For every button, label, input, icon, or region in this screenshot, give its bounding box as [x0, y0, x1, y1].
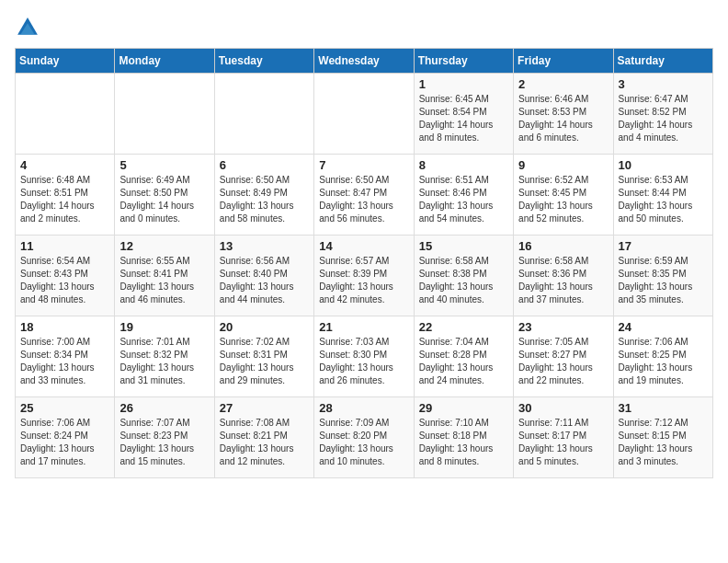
day-number: 28 — [319, 401, 408, 415]
weekday-header-friday: Friday — [514, 49, 613, 74]
calendar-cell: 25Sunrise: 7:06 AM Sunset: 8:24 PM Dayli… — [16, 397, 115, 478]
day-number: 17 — [619, 239, 708, 253]
day-info: Sunrise: 6:57 AM Sunset: 8:39 PM Dayligh… — [319, 255, 408, 306]
day-number: 8 — [419, 158, 508, 172]
day-number: 26 — [119, 401, 209, 415]
calendar-cell: 14Sunrise: 6:57 AM Sunset: 8:39 PM Dayli… — [314, 236, 414, 316]
calendar-cell: 21Sunrise: 7:03 AM Sunset: 8:30 PM Dayli… — [314, 316, 414, 397]
day-info: Sunrise: 6:56 AM Sunset: 8:40 PM Dayligh… — [220, 255, 309, 306]
calendar-cell: 22Sunrise: 7:04 AM Sunset: 8:28 PM Dayli… — [414, 316, 513, 397]
day-info: Sunrise: 7:10 AM Sunset: 8:18 PM Dayligh… — [419, 417, 508, 468]
calendar-cell: 12Sunrise: 6:55 AM Sunset: 8:41 PM Dayli… — [115, 236, 214, 316]
calendar-cell: 1Sunrise: 6:45 AM Sunset: 8:54 PM Daylig… — [414, 74, 513, 155]
weekday-header-thursday: Thursday — [414, 49, 513, 74]
day-info: Sunrise: 7:00 AM Sunset: 8:34 PM Dayligh… — [20, 336, 109, 387]
day-info: Sunrise: 6:50 AM Sunset: 8:47 PM Dayligh… — [319, 174, 408, 225]
day-number: 11 — [20, 239, 109, 253]
day-info: Sunrise: 6:46 AM Sunset: 8:53 PM Dayligh… — [518, 93, 608, 144]
day-info: Sunrise: 6:45 AM Sunset: 8:54 PM Dayligh… — [419, 93, 508, 144]
calendar-cell — [214, 74, 313, 155]
calendar-cell: 19Sunrise: 7:01 AM Sunset: 8:32 PM Dayli… — [115, 316, 214, 397]
day-number: 21 — [319, 320, 408, 334]
calendar-cell: 27Sunrise: 7:08 AM Sunset: 8:21 PM Dayli… — [214, 397, 313, 478]
day-number: 7 — [319, 158, 408, 172]
day-info: Sunrise: 7:03 AM Sunset: 8:30 PM Dayligh… — [319, 336, 408, 387]
calendar-cell: 3Sunrise: 6:47 AM Sunset: 8:52 PM Daylig… — [613, 74, 712, 155]
calendar-cell: 11Sunrise: 6:54 AM Sunset: 8:43 PM Dayli… — [16, 236, 115, 316]
day-number: 16 — [518, 239, 608, 253]
day-info: Sunrise: 7:04 AM Sunset: 8:28 PM Dayligh… — [419, 336, 508, 387]
weekday-header-tuesday: Tuesday — [214, 49, 313, 74]
weekday-header-monday: Monday — [115, 49, 214, 74]
calendar-cell: 31Sunrise: 7:12 AM Sunset: 8:15 PM Dayli… — [613, 397, 712, 478]
day-number: 20 — [220, 320, 309, 334]
calendar-cell: 15Sunrise: 6:58 AM Sunset: 8:38 PM Dayli… — [414, 236, 513, 316]
weekday-header-wednesday: Wednesday — [314, 49, 414, 74]
day-info: Sunrise: 7:11 AM Sunset: 8:17 PM Dayligh… — [518, 417, 608, 468]
day-info: Sunrise: 6:50 AM Sunset: 8:49 PM Dayligh… — [220, 174, 309, 225]
day-number: 9 — [518, 158, 608, 172]
day-number: 3 — [619, 77, 708, 91]
day-info: Sunrise: 6:59 AM Sunset: 8:35 PM Dayligh… — [619, 255, 708, 306]
day-number: 13 — [220, 239, 309, 253]
day-number: 25 — [20, 401, 109, 415]
day-number: 10 — [619, 158, 708, 172]
day-info: Sunrise: 7:06 AM Sunset: 8:25 PM Dayligh… — [619, 336, 708, 387]
day-number: 22 — [419, 320, 508, 334]
day-info: Sunrise: 7:12 AM Sunset: 8:15 PM Dayligh… — [619, 417, 708, 468]
day-number: 27 — [220, 401, 309, 415]
calendar-cell — [115, 74, 214, 155]
day-number: 31 — [619, 401, 708, 415]
calendar-cell — [16, 74, 115, 155]
day-info: Sunrise: 7:08 AM Sunset: 8:21 PM Dayligh… — [220, 417, 309, 468]
calendar-cell: 26Sunrise: 7:07 AM Sunset: 8:23 PM Dayli… — [115, 397, 214, 478]
calendar-cell — [314, 74, 414, 155]
day-info: Sunrise: 6:52 AM Sunset: 8:45 PM Dayligh… — [518, 174, 608, 225]
calendar-cell: 16Sunrise: 6:58 AM Sunset: 8:36 PM Dayli… — [514, 236, 613, 316]
day-number: 19 — [119, 320, 209, 334]
calendar-cell: 30Sunrise: 7:11 AM Sunset: 8:17 PM Dayli… — [514, 397, 613, 478]
day-info: Sunrise: 6:58 AM Sunset: 8:36 PM Dayligh… — [518, 255, 608, 306]
day-info: Sunrise: 7:07 AM Sunset: 8:23 PM Dayligh… — [119, 417, 209, 468]
day-number: 1 — [419, 77, 508, 91]
weekday-header-row: SundayMondayTuesdayWednesdayThursdayFrid… — [16, 49, 713, 74]
calendar-cell: 9Sunrise: 6:52 AM Sunset: 8:45 PM Daylig… — [514, 155, 613, 236]
day-number: 30 — [518, 401, 608, 415]
day-info: Sunrise: 6:55 AM Sunset: 8:41 PM Dayligh… — [119, 255, 209, 306]
weekday-header-saturday: Saturday — [613, 49, 712, 74]
day-info: Sunrise: 7:06 AM Sunset: 8:24 PM Dayligh… — [20, 417, 109, 468]
calendar-cell: 23Sunrise: 7:05 AM Sunset: 8:27 PM Dayli… — [514, 316, 613, 397]
calendar-cell: 28Sunrise: 7:09 AM Sunset: 8:20 PM Dayli… — [314, 397, 414, 478]
calendar-cell: 20Sunrise: 7:02 AM Sunset: 8:31 PM Dayli… — [214, 316, 313, 397]
calendar-week-row: 25Sunrise: 7:06 AM Sunset: 8:24 PM Dayli… — [16, 397, 713, 478]
day-info: Sunrise: 6:58 AM Sunset: 8:38 PM Dayligh… — [419, 255, 508, 306]
day-info: Sunrise: 7:09 AM Sunset: 8:20 PM Dayligh… — [319, 417, 408, 468]
calendar-cell: 8Sunrise: 6:51 AM Sunset: 8:46 PM Daylig… — [414, 155, 513, 236]
calendar-cell: 24Sunrise: 7:06 AM Sunset: 8:25 PM Dayli… — [613, 316, 712, 397]
logo — [15, 15, 44, 40]
calendar-cell: 6Sunrise: 6:50 AM Sunset: 8:49 PM Daylig… — [214, 155, 313, 236]
day-number: 2 — [518, 77, 608, 91]
day-info: Sunrise: 7:02 AM Sunset: 8:31 PM Dayligh… — [220, 336, 309, 387]
day-number: 24 — [619, 320, 708, 334]
logo-icon — [15, 15, 40, 40]
calendar-cell: 7Sunrise: 6:50 AM Sunset: 8:47 PM Daylig… — [314, 155, 414, 236]
calendar-cell: 5Sunrise: 6:49 AM Sunset: 8:50 PM Daylig… — [115, 155, 214, 236]
calendar-cell: 2Sunrise: 6:46 AM Sunset: 8:53 PM Daylig… — [514, 74, 613, 155]
calendar-cell: 4Sunrise: 6:48 AM Sunset: 8:51 PM Daylig… — [16, 155, 115, 236]
day-info: Sunrise: 6:51 AM Sunset: 8:46 PM Dayligh… — [419, 174, 508, 225]
calendar-week-row: 4Sunrise: 6:48 AM Sunset: 8:51 PM Daylig… — [16, 155, 713, 236]
day-info: Sunrise: 6:47 AM Sunset: 8:52 PM Dayligh… — [619, 93, 708, 144]
calendar-cell: 17Sunrise: 6:59 AM Sunset: 8:35 PM Dayli… — [613, 236, 712, 316]
day-info: Sunrise: 6:49 AM Sunset: 8:50 PM Dayligh… — [119, 174, 209, 225]
page-header — [15, 15, 713, 40]
calendar-table: SundayMondayTuesdayWednesdayThursdayFrid… — [15, 48, 713, 478]
day-number: 29 — [419, 401, 508, 415]
day-info: Sunrise: 6:54 AM Sunset: 8:43 PM Dayligh… — [20, 255, 109, 306]
day-number: 23 — [518, 320, 608, 334]
weekday-header-sunday: Sunday — [16, 49, 115, 74]
day-info: Sunrise: 7:01 AM Sunset: 8:32 PM Dayligh… — [119, 336, 209, 387]
calendar-week-row: 11Sunrise: 6:54 AM Sunset: 8:43 PM Dayli… — [16, 236, 713, 316]
calendar-cell: 10Sunrise: 6:53 AM Sunset: 8:44 PM Dayli… — [613, 155, 712, 236]
calendar-cell: 29Sunrise: 7:10 AM Sunset: 8:18 PM Dayli… — [414, 397, 513, 478]
